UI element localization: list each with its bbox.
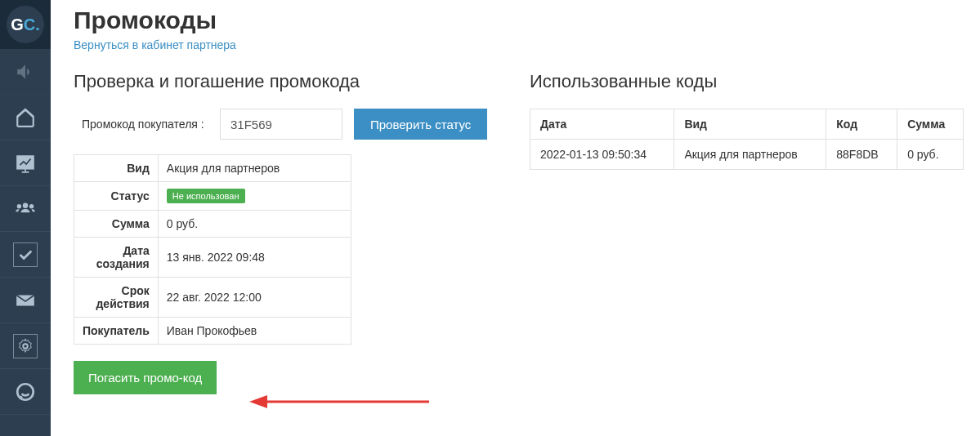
cell-date: 2022-01-13 09:50:34 [530, 140, 674, 170]
logo[interactable]: GC. [0, 0, 51, 49]
detail-label: Сумма [74, 211, 159, 238]
sidebar: GC. [0, 0, 51, 436]
svg-point-4 [23, 344, 28, 349]
col-date: Дата [530, 109, 674, 140]
status-badge: Не использован [167, 189, 245, 203]
redeem-button[interactable]: Погасить промо-код [74, 361, 217, 394]
sound-icon [15, 61, 36, 82]
detail-value: 13 янв. 2022 09:48 [158, 238, 351, 278]
chart-icon [15, 153, 36, 174]
used-heading: Использованные коды [530, 71, 964, 92]
col-sum: Сумма [897, 109, 964, 140]
sidebar-item-sound[interactable] [0, 49, 51, 95]
detail-value: 0 руб. [158, 211, 351, 238]
detail-label: Покупатель [74, 318, 159, 345]
table-header-row: Дата Вид Код Сумма [530, 109, 964, 140]
svg-point-3 [29, 204, 34, 208]
users-icon [15, 198, 36, 220]
detail-label: Срок действия [74, 278, 159, 318]
col-code: Код [826, 109, 897, 140]
cell-code: 88F8DB [826, 140, 897, 170]
check-heading: Проверка и погашение промокода [74, 71, 507, 92]
svg-point-1 [23, 202, 29, 208]
detail-value: Иван Прокофьев [158, 318, 351, 345]
cell-type: Акция для партнеров [674, 140, 826, 170]
home-icon [15, 107, 36, 128]
col-type: Вид [674, 109, 826, 140]
detail-label: Дата создания [74, 238, 159, 278]
sidebar-item-chat[interactable] [0, 369, 51, 415]
cell-sum: 0 руб. [897, 140, 964, 170]
sidebar-item-home[interactable] [0, 95, 51, 140]
table-row: Сумма 0 руб. [74, 211, 351, 238]
back-link[interactable]: Вернуться в кабинет партнера [74, 38, 236, 51]
table-row: Дата создания 13 янв. 2022 09:48 [74, 238, 351, 278]
detail-label: Статус [74, 182, 159, 211]
gear-icon [13, 334, 38, 358]
sidebar-item-tasks[interactable] [0, 232, 51, 278]
sidebar-item-users[interactable] [0, 186, 51, 232]
detail-value: Акция для партнеров [158, 155, 351, 182]
table-row: Покупатель Иван Прокофьев [74, 318, 351, 345]
sidebar-item-mail[interactable] [0, 278, 51, 323]
page-title: Промокоды [74, 7, 964, 34]
mail-icon [15, 290, 36, 311]
detail-label: Вид [74, 155, 159, 182]
promocode-input[interactable] [220, 109, 342, 140]
svg-point-2 [17, 204, 21, 208]
sidebar-item-chart[interactable] [0, 140, 51, 186]
detail-value: 22 авг. 2022 12:00 [158, 278, 351, 318]
table-row: 2022-01-13 09:50:34 Акция для партнеров … [530, 140, 964, 170]
used-codes-table: Дата Вид Код Сумма 2022-01-13 09:50:34 А… [530, 109, 964, 170]
table-row: Вид Акция для партнеров [74, 155, 351, 182]
check-status-button[interactable]: Проверить статус [354, 109, 487, 140]
promocode-label: Промокод покупателя : [74, 118, 208, 131]
logo-circle: GC. [7, 6, 44, 43]
main-content: Промокоды Вернуться в кабинет партнера П… [51, 0, 980, 436]
detail-value: Не использован [158, 182, 351, 211]
table-row: Статус Не использован [74, 182, 351, 211]
sidebar-item-settings[interactable] [0, 323, 51, 369]
used-column: Использованные коды Дата Вид Код Сумма 2… [530, 71, 964, 394]
check-icon [13, 242, 38, 267]
details-table: Вид Акция для партнеров Статус Не исполь… [74, 154, 351, 345]
table-row: Срок действия 22 авг. 2022 12:00 [74, 278, 351, 318]
check-column: Проверка и погашение промокода Промокод … [74, 71, 507, 394]
chat-icon [15, 381, 36, 403]
